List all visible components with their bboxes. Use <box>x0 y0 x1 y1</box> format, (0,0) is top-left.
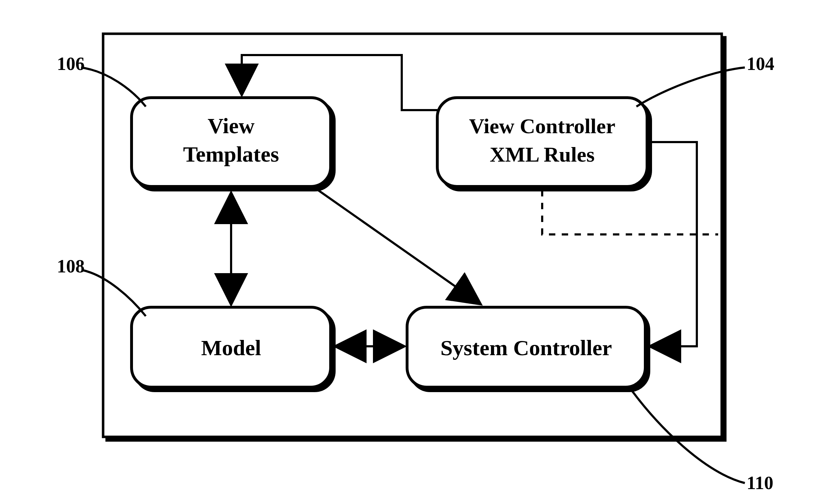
view-templates-line1: View <box>208 114 255 138</box>
diagram-canvas: View Templates View Controller XML Rules… <box>0 0 833 504</box>
callout-110: 110 <box>747 472 773 493</box>
view-templates-line2: Templates <box>183 142 279 166</box>
svg-rect-2 <box>437 98 647 186</box>
model-line1: Model <box>201 336 261 360</box>
callout-104: 104 <box>747 53 774 74</box>
callout-106: 106 <box>57 53 85 74</box>
view-controller-line1: View Controller <box>469 114 615 138</box>
callout-108: 108 <box>57 256 85 277</box>
view-controller-box <box>437 98 647 186</box>
system-controller-line1: System Controller <box>440 336 612 360</box>
view-controller-line2: XML Rules <box>490 143 594 166</box>
diagram-svg: View Templates View Controller XML Rules… <box>0 0 833 504</box>
